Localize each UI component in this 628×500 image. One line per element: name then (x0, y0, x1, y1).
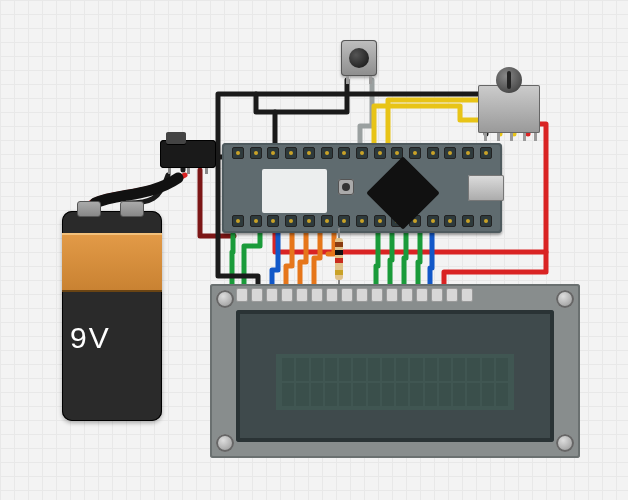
nano-pin-ref (444, 215, 456, 227)
lcd-screen (276, 354, 514, 410)
slide-switch-knob[interactable] (166, 132, 186, 144)
nano-usb-port[interactable] (468, 175, 504, 201)
lcd-bezel (236, 310, 554, 442)
lcd-cell (311, 358, 323, 380)
lcd-cell (339, 358, 351, 380)
lcd-pad-5 (296, 288, 308, 302)
rotary-shaft[interactable] (496, 67, 522, 93)
lcd-cell (282, 358, 294, 380)
lcd-cell (382, 383, 394, 405)
lcd-cell (325, 383, 337, 405)
lcd-pad-8 (341, 288, 353, 302)
lcd-cell (368, 383, 380, 405)
nano-pin-d4 (338, 147, 350, 159)
lcd-pad-13 (416, 288, 428, 302)
screw-icon (216, 290, 234, 308)
nano-pin-d11 (462, 147, 474, 159)
nano-pin-3v3 (462, 215, 474, 227)
nano-header-top (232, 147, 492, 161)
lcd-cell (453, 358, 465, 380)
pushbutton-cap[interactable] (349, 48, 369, 68)
nano-pin-d3 (321, 147, 333, 159)
nano-pin-a3 (374, 215, 386, 227)
lcd-cell (467, 358, 479, 380)
lcd-cell (482, 358, 494, 380)
resistor (335, 238, 343, 280)
lcd-cell (410, 358, 422, 380)
screw-icon (556, 434, 574, 452)
lcd-pad-12 (401, 288, 413, 302)
battery-terminal-negative (120, 201, 144, 217)
lcd-cell (439, 358, 451, 380)
nano-pin-d13 (480, 215, 492, 227)
nano-pin-a5 (338, 215, 350, 227)
lcd-pad-15 (446, 288, 458, 302)
nano-pin-a7 (303, 215, 315, 227)
nano-pin-a6 (321, 215, 333, 227)
nano-pin-rx0 (250, 147, 262, 159)
nano-header-bottom (232, 215, 492, 229)
lcd-pad-1 (236, 288, 248, 302)
nano-pin-d10 (444, 147, 456, 159)
rotary-encoder[interactable] (478, 85, 540, 133)
lcd-cell (425, 383, 437, 405)
lcd-cell (296, 383, 308, 405)
lcd-pad-14 (431, 288, 443, 302)
lcd-cell (353, 358, 365, 380)
lcd-cell (410, 383, 422, 405)
battery-9v: 9V (62, 211, 162, 421)
lcd-pad-2 (251, 288, 263, 302)
lcd-cell (496, 383, 508, 405)
nano-pin-tx1 (232, 147, 244, 159)
lcd-pad-11 (386, 288, 398, 302)
lcd-cell (311, 383, 323, 405)
nano-pin-a4 (356, 215, 368, 227)
arduino-nano (222, 143, 502, 233)
nano-pin-d6 (374, 147, 386, 159)
screw-icon (216, 434, 234, 452)
lcd-16x2 (210, 284, 580, 458)
nano-pin-d8 (409, 147, 421, 159)
pushbutton[interactable] (341, 40, 377, 76)
lcd-pad-3 (266, 288, 278, 302)
lcd-cell (368, 358, 380, 380)
lcd-pad-9 (356, 288, 368, 302)
lcd-pad-16 (461, 288, 473, 302)
slide-switch[interactable] (160, 140, 216, 168)
lcd-cell (339, 383, 351, 405)
lcd-cell (353, 383, 365, 405)
nano-pin-gnd (250, 215, 262, 227)
lcd-cell (496, 358, 508, 380)
nano-reset-button[interactable] (338, 179, 354, 195)
battery-band (62, 233, 162, 292)
lcd-cell (425, 358, 437, 380)
circuit-diagram: { "battery": { "label": "9V" }, "compone… (0, 0, 628, 500)
lcd-pad-10 (371, 288, 383, 302)
nano-pin-rst (267, 147, 279, 159)
lcd-cell (282, 383, 294, 405)
lcd-cell (296, 358, 308, 380)
lcd-cell (325, 358, 337, 380)
nano-pin-gnd (285, 147, 297, 159)
nano-pin-5v (285, 215, 297, 227)
lcd-header (236, 288, 473, 302)
battery-label: 9V (70, 321, 111, 355)
battery-terminal-positive (77, 201, 101, 217)
lcd-cell (467, 383, 479, 405)
nano-pin-a0 (427, 215, 439, 227)
nano-pin-d5 (356, 147, 368, 159)
nano-pin-d2 (303, 147, 315, 159)
lcd-cell (482, 383, 494, 405)
nano-pin-vin (232, 215, 244, 227)
lcd-cell (396, 383, 408, 405)
nano-pin-d12 (480, 147, 492, 159)
lcd-cell (439, 383, 451, 405)
nano-silkscreen (262, 169, 327, 213)
lcd-pad-4 (281, 288, 293, 302)
nano-pin-rst (267, 215, 279, 227)
nano-pin-d9 (427, 147, 439, 159)
lcd-pad-7 (326, 288, 338, 302)
lcd-cell (396, 358, 408, 380)
lcd-cell (382, 358, 394, 380)
lcd-cell (453, 383, 465, 405)
